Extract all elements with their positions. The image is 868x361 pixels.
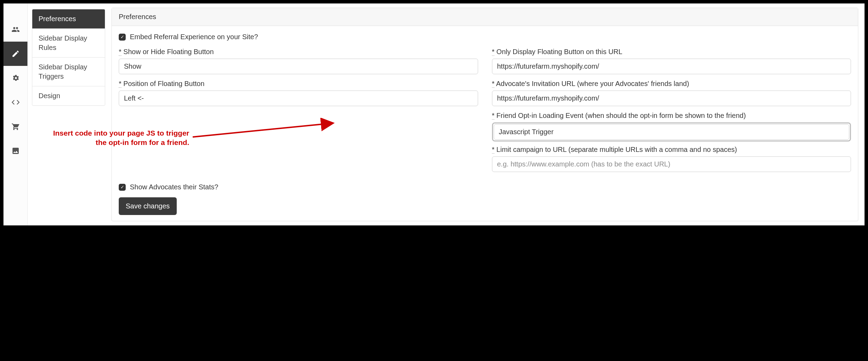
sidebar-icon-users[interactable] [3,17,27,42]
preferences-panel: Preferences ✓ Embed Referral Experience … [111,8,858,221]
limit-url-label: * Limit campaign to URL (separate multip… [492,145,851,154]
invite-url-label: * Advocate's Invitation URL (where your … [492,79,851,88]
gears-icon [11,74,20,82]
sidebar-icon-code[interactable] [3,90,27,114]
code-icon [11,98,20,106]
show-stats-checkbox-label: Show Advocates their Stats? [130,183,218,191]
menu-item-label: Sidebar Display Rules [39,34,87,51]
menu-item-display-rules[interactable]: Sidebar Display Rules [32,29,105,58]
menu-item-label: Preferences [39,15,76,23]
embed-checkbox-label: Embed Referral Experience on your Site? [130,33,258,41]
checkbox-checked-icon: ✓ [119,34,126,41]
sidebar-icon-image[interactable] [3,139,27,163]
show-stats-checkbox-row[interactable]: ✓ Show Advocates their Stats? [119,183,851,191]
only-url-input[interactable] [492,59,851,74]
invite-url-input[interactable] [492,91,851,106]
show-hide-label: * Show or Hide Floating Button [119,47,478,57]
load-event-label: * Friend Opt-in Loading Event (when shou… [492,111,851,120]
menu-item-label: Sidebar Display Triggers [39,63,87,80]
load-event-select[interactable] [494,124,850,140]
icon-sidebar [3,3,28,225]
annotation-text: Insert code into your page JS to trigger… [47,128,189,147]
load-event-highlight [492,122,851,141]
panel-title: Preferences [112,8,858,26]
sidebar-icon-settings[interactable] [3,66,27,90]
users-icon [11,25,20,34]
menu-item-design[interactable]: Design [32,86,105,105]
sidebar-icon-cart[interactable] [3,114,27,139]
only-url-label: * Only Display Floating Button on this U… [492,47,851,57]
position-select[interactable] [119,91,478,106]
image-icon [11,147,20,155]
position-label: * Position of Floating Button [119,79,478,88]
limit-url-input[interactable] [492,156,851,172]
sidebar-icon-edit[interactable] [3,42,27,66]
checkbox-checked-icon: ✓ [119,184,126,191]
cart-icon [11,122,20,131]
side-menu: Preferences Sidebar Display Rules Sideba… [28,3,109,225]
menu-item-label: Design [39,92,60,100]
show-hide-select[interactable] [119,59,478,74]
edit-icon [11,50,20,58]
embed-checkbox-row[interactable]: ✓ Embed Referral Experience on your Site… [119,33,851,41]
menu-item-preferences[interactable]: Preferences [32,9,105,29]
save-button[interactable]: Save changes [119,197,177,215]
menu-item-display-triggers[interactable]: Sidebar Display Triggers [32,58,105,86]
